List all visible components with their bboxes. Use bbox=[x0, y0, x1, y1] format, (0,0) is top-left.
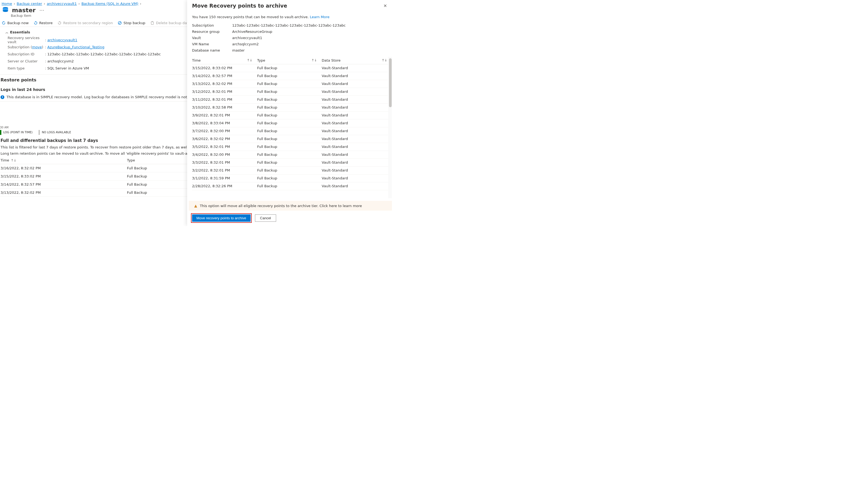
server-value: archsqlccyvm2 bbox=[47, 59, 74, 63]
crumb-backup-center[interactable]: Backup center bbox=[17, 2, 42, 6]
vault-link[interactable]: archiveccyvault1 bbox=[47, 38, 77, 42]
panel-rg-value: ArchiveResourceGroup bbox=[232, 29, 272, 34]
row-type: Full Backup bbox=[257, 121, 322, 125]
table-row[interactable]: 3/13/2022, 8:32:02 PMFull BackupVault-St… bbox=[192, 80, 392, 88]
row-type: Full Backup bbox=[257, 168, 322, 172]
row-type: Full Backup bbox=[257, 129, 322, 133]
legend-none-swatch bbox=[39, 130, 40, 135]
table-row[interactable]: 3/6/2022, 8:32:02 PMFull BackupVault-Sta… bbox=[192, 135, 392, 143]
database-icon bbox=[2, 6, 9, 14]
row-time: 2/28/2022, 8:32:26 PM bbox=[192, 184, 257, 188]
row-type: Full Backup bbox=[257, 66, 322, 70]
table-row[interactable]: 3/14/2022, 8:32:57 PMFull BackupVault-St… bbox=[192, 72, 392, 80]
table-row[interactable]: 3/3/2022, 8:32:01 PMFull BackupVault-Sta… bbox=[192, 159, 392, 167]
essentials-heading: Essentials bbox=[10, 30, 30, 34]
panel-scrollbar[interactable] bbox=[388, 57, 392, 198]
crumb-home[interactable]: Home bbox=[2, 2, 12, 6]
legend-log-swatch bbox=[0, 130, 1, 135]
row-time: 3/12/2022, 8:32:01 PM bbox=[192, 90, 257, 94]
row-time: 3/2/2022, 8:32:01 PM bbox=[192, 168, 257, 172]
row-time: 3/10/2022, 8:32:58 PM bbox=[192, 105, 257, 109]
main-col-time-header[interactable]: Time ↑↓ bbox=[1, 158, 127, 162]
restore-secondary-label: Restore to secondary region bbox=[63, 21, 113, 25]
row-datastore: Vault-Standard bbox=[322, 129, 392, 133]
subscription-label: Subscription (move) bbox=[8, 45, 45, 49]
table-row[interactable]: 3/1/2022, 8:31:59 PMFull BackupVault-Sta… bbox=[192, 174, 392, 182]
row-time: 3/15/2022, 8:33:02 PM bbox=[192, 66, 257, 70]
backup-now-button[interactable]: Backup now bbox=[2, 21, 29, 25]
vault-label: Recovery services vault bbox=[8, 36, 45, 44]
table-row[interactable]: 3/12/2022, 8:32:01 PMFull BackupVault-St… bbox=[192, 88, 392, 96]
panel-table-header: Time↑↓ Type↑↓ Data Store↑↓ bbox=[192, 57, 392, 64]
restore-button[interactable]: Restore bbox=[34, 21, 53, 25]
row-type: Full Backup bbox=[257, 82, 322, 86]
panel-rg-label: Resource group bbox=[192, 29, 232, 34]
crumb-vault[interactable]: archiveccyvault1 bbox=[46, 2, 77, 6]
panel-subtext: You have 150 recovery points that can be… bbox=[192, 9, 388, 22]
table-row[interactable]: 3/5/2022, 8:32:01 PMFull BackupVault-Sta… bbox=[192, 143, 392, 151]
row-type: Full Backup bbox=[257, 97, 322, 102]
panel-col-type-header[interactable]: Type↑↓ bbox=[257, 58, 322, 62]
item-type-label: Item type bbox=[8, 66, 45, 70]
subscription-id-value: 123abc-123abc-123abc-123abc-123abc-123ab… bbox=[47, 52, 161, 56]
panel-vault-value: archiveccyvault1 bbox=[232, 36, 262, 40]
learn-more-link[interactable]: Learn More bbox=[310, 15, 330, 19]
restore-secondary-button: Restore to secondary region bbox=[57, 21, 113, 25]
cancel-button[interactable]: Cancel bbox=[255, 214, 276, 222]
delete-data-label: Delete backup data bbox=[156, 21, 190, 25]
row-datastore: Vault-Standard bbox=[322, 66, 392, 70]
row-time: 3/6/2022, 8:32:02 PM bbox=[192, 137, 257, 141]
row-type: Full Backup bbox=[257, 137, 322, 141]
subscription-link[interactable]: AzureBackup_Functional_Testing bbox=[47, 45, 104, 49]
row-type: Full Backup bbox=[257, 113, 322, 117]
close-icon[interactable]: ✕ bbox=[383, 3, 388, 9]
crumb-backup-items[interactable]: Backup Items (SQL in Azure VM) bbox=[81, 2, 138, 6]
warning-icon: ▲ bbox=[194, 204, 197, 208]
row-datastore: Vault-Standard bbox=[322, 176, 392, 180]
panel-db-value: master bbox=[232, 48, 245, 52]
svg-point-1 bbox=[3, 10, 8, 12]
table-row[interactable]: 3/4/2022, 8:32:00 PMFull BackupVault-Sta… bbox=[192, 151, 392, 159]
panel-vm-value: archsqlccyvm2 bbox=[232, 42, 259, 46]
row-time: 3/4/2022, 8:32:00 PM bbox=[192, 153, 257, 157]
stop-backup-label: Stop backup bbox=[123, 21, 145, 25]
panel-col-ds-header[interactable]: Data Store↑↓ bbox=[322, 58, 392, 62]
move-recovery-points-button[interactable]: Move recovery points to archive bbox=[192, 214, 251, 222]
panel-col-time-header[interactable]: Time↑↓ bbox=[192, 58, 257, 62]
table-row[interactable]: 3/2/2022, 8:32:01 PMFull BackupVault-Sta… bbox=[192, 167, 392, 174]
warning-text: This option will move all eligible recov… bbox=[200, 204, 362, 208]
scrollbar-thumb[interactable] bbox=[389, 58, 392, 107]
panel-sub-value: 123abc-123abc-123abc-123abc-123abc-123ab… bbox=[232, 23, 346, 27]
table-row[interactable]: 3/8/2022, 8:33:04 PMFull BackupVault-Sta… bbox=[192, 119, 392, 127]
row-time: 3/9/2022, 8:32:01 PM bbox=[192, 113, 257, 117]
panel-title: Move Recovery points to archive bbox=[192, 3, 287, 9]
sort-icon: ↑↓ bbox=[382, 58, 387, 62]
table-row[interactable]: 3/9/2022, 8:32:01 PMFull BackupVault-Sta… bbox=[192, 112, 392, 119]
row-datastore: Vault-Standard bbox=[322, 82, 392, 86]
item-type-value: SQL Server in Azure VM bbox=[47, 66, 89, 70]
row-time: 3/16/2022, 8:32:02 PM bbox=[1, 166, 127, 170]
row-datastore: Vault-Standard bbox=[322, 153, 392, 157]
move-recovery-panel: Move Recovery points to archive ✕ You ha… bbox=[187, 0, 393, 226]
table-row[interactable]: 3/11/2022, 8:32:01 PMFull BackupVault-St… bbox=[192, 96, 392, 104]
row-type: Full Backup bbox=[257, 176, 322, 180]
restore-icon bbox=[34, 21, 38, 25]
chevron-up-icon: ︿ bbox=[5, 30, 9, 35]
row-type: Full Backup bbox=[257, 74, 322, 78]
restore-secondary-icon bbox=[57, 21, 62, 25]
row-time: 3/1/2022, 8:31:59 PM bbox=[192, 176, 257, 180]
table-row[interactable]: 3/7/2022, 8:32:00 PMFull BackupVault-Sta… bbox=[192, 127, 392, 135]
legend-log-label: LOG (POINT IN TIME) bbox=[3, 131, 32, 134]
row-type: Full Backup bbox=[257, 90, 322, 94]
server-label: Server or Cluster bbox=[8, 59, 45, 63]
subscription-move-link[interactable]: move bbox=[32, 45, 42, 49]
more-menu-icon[interactable]: ⋯ bbox=[38, 7, 45, 13]
table-row[interactable]: 2/28/2022, 8:32:26 PMFull BackupVault-St… bbox=[192, 182, 392, 190]
table-row[interactable]: 3/10/2022, 8:32:58 PMFull BackupVault-St… bbox=[192, 104, 392, 112]
row-datastore: Vault-Standard bbox=[322, 145, 392, 149]
backup-icon bbox=[2, 21, 6, 25]
stop-backup-button[interactable]: Stop backup bbox=[118, 21, 145, 25]
row-datastore: Vault-Standard bbox=[322, 74, 392, 78]
table-row[interactable]: 3/15/2022, 8:33:02 PMFull BackupVault-St… bbox=[192, 64, 392, 72]
row-datastore: Vault-Standard bbox=[322, 121, 392, 125]
